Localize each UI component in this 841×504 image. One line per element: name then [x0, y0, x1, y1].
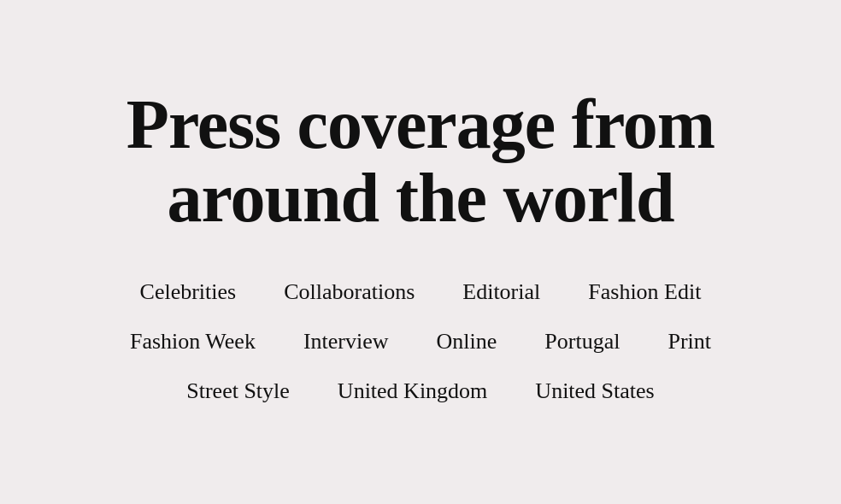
tag-row2-3[interactable]: Portugal	[520, 317, 644, 366]
tag-row3-0[interactable]: Street Style	[162, 366, 314, 416]
tag-row2-4[interactable]: Print	[644, 317, 735, 366]
tag-row2-0[interactable]: Fashion Week	[106, 317, 279, 366]
tags-row-3: Street StyleUnited KingdomUnited States	[162, 366, 678, 416]
tags-row-2: Fashion WeekInterviewOnlinePortugalPrint	[106, 317, 735, 366]
headline-line2: around the world	[167, 159, 673, 237]
tags-wrapper: CelebritiesCollaborationsEditorialFashio…	[106, 267, 735, 416]
tag-row3-2[interactable]: United States	[511, 366, 678, 416]
tag-row1-0[interactable]: Celebrities	[116, 267, 261, 317]
tag-row1-1[interactable]: Collaborations	[260, 267, 438, 317]
tag-row1-2[interactable]: Editorial	[438, 267, 564, 317]
page-headline: Press coverage from around the world	[126, 88, 715, 235]
tag-row2-1[interactable]: Interview	[279, 317, 413, 366]
page-container: Press coverage from around the world Cel…	[0, 0, 841, 504]
tags-row-1: CelebritiesCollaborationsEditorialFashio…	[116, 267, 726, 317]
tag-row2-2[interactable]: Online	[413, 317, 521, 366]
tag-row1-3[interactable]: Fashion Edit	[564, 267, 725, 317]
headline-line1: Press coverage from	[126, 85, 715, 163]
tag-row3-1[interactable]: United Kingdom	[314, 366, 512, 416]
